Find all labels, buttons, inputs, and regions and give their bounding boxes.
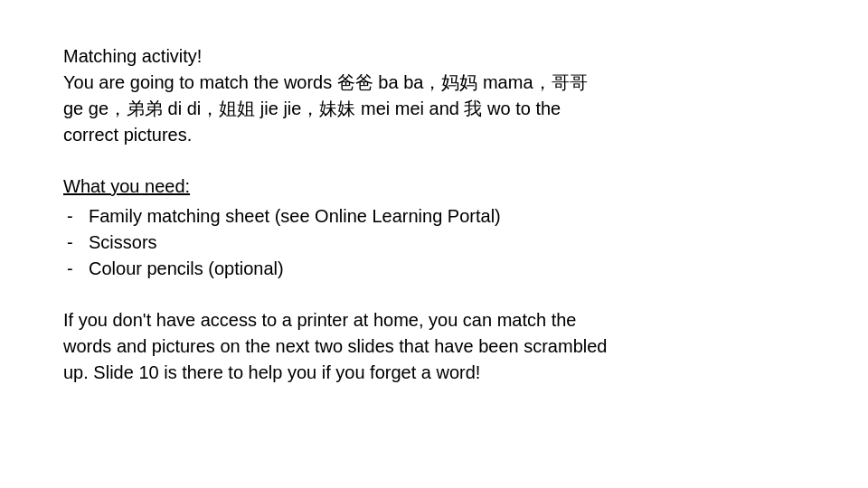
list-dash-3: -: [63, 256, 89, 282]
list-item-1-text: Family matching sheet (see Online Learni…: [89, 203, 805, 230]
list-item-2-text: Scissors: [89, 230, 805, 256]
final-line2: words and pictures on the next two slide…: [63, 336, 607, 356]
what-you-need-section: What you need: - Family matching sheet (…: [63, 174, 805, 282]
final-line3: up. Slide 10 is there to help you if you…: [63, 362, 480, 382]
intro-line4: correct pictures.: [63, 125, 192, 145]
page-container: Matching activity! You are going to matc…: [0, 0, 868, 488]
intro-line1: Matching activity!: [63, 46, 202, 66]
intro-line3: ge ge，弟弟 di di，姐姐 jie jie，妹妹 mei mei and…: [63, 99, 561, 118]
list-dash-1: -: [63, 203, 89, 230]
final-line1: If you don't have access to a printer at…: [63, 310, 576, 330]
what-you-need-title: What you need:: [63, 174, 805, 200]
list-item: - Scissors: [63, 230, 805, 256]
list-dash-2: -: [63, 230, 89, 256]
final-paragraph: If you don't have access to a printer at…: [63, 307, 805, 386]
intro-line2: You are going to match the words 爸爸 ba b…: [63, 72, 588, 92]
list-item-3-text: Colour pencils (optional): [89, 256, 805, 282]
list-item: - Colour pencils (optional): [63, 256, 805, 282]
list-item: - Family matching sheet (see Online Lear…: [63, 203, 805, 230]
intro-paragraph: Matching activity! You are going to matc…: [63, 43, 805, 148]
